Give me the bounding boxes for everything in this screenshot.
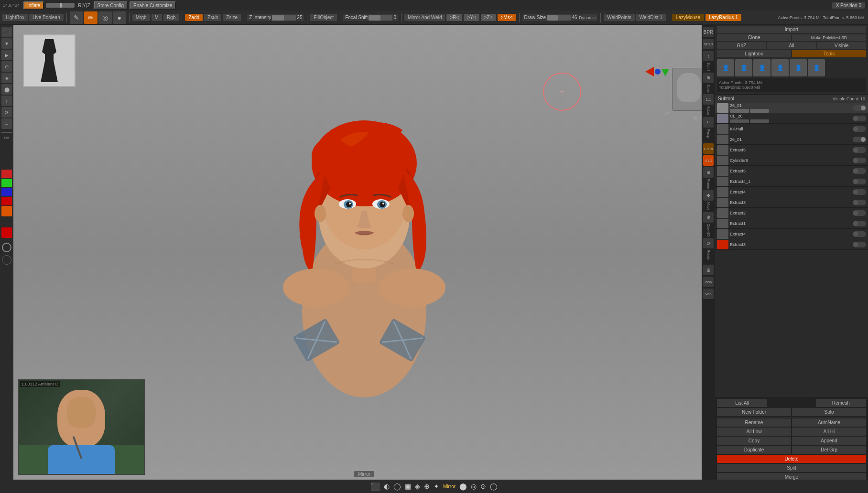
xyz-icon[interactable]: XYZ	[703, 155, 714, 166]
draw-icon-btn[interactable]: ✏	[84, 11, 98, 24]
rename-btn[interactable]: Rename	[717, 418, 791, 427]
red2-swatch[interactable]	[1, 197, 12, 205]
subtool-item-2[interactable]: KAHalf	[715, 124, 868, 134]
inflate-slider[interactable]	[46, 3, 75, 8]
mirror-axis-y[interactable]: >Y<	[464, 14, 479, 21]
clone-btn[interactable]: Clone	[717, 34, 791, 41]
focal-shift-slider[interactable]	[369, 15, 392, 21]
poly-icon[interactable]: Poly	[703, 277, 714, 287]
subtool-section[interactable]: Subtool Visible Count: 10 26_01 CL_26	[715, 95, 868, 397]
tool-head-6[interactable]: 👤	[808, 59, 825, 76]
actual-icon[interactable]: 1:1	[703, 94, 714, 105]
subtool-s1a[interactable]	[730, 119, 749, 123]
subtool-toggle-2[interactable]	[853, 126, 866, 132]
inflate-btn[interactable]: Inflate	[23, 1, 44, 10]
nav-arrow-down[interactable]	[662, 69, 669, 76]
subtool-toggle-e5b[interactable]	[853, 168, 866, 174]
make-polymesh-btn[interactable]: Make PolyMesh3D	[792, 34, 866, 41]
subtool-item-active[interactable]: 26_01	[715, 103, 868, 113]
zadd-btn[interactable]: Zadd	[185, 14, 203, 21]
subtool-toggle-cyl[interactable]	[853, 158, 866, 163]
subtool-item-e41[interactable]: Extract4_1	[715, 176, 868, 187]
tool-4[interactable]: ⊙	[1, 61, 12, 72]
active-color[interactable]	[1, 227, 12, 238]
bottom-tool-3[interactable]: ◯	[393, 482, 401, 490]
persp-icon[interactable]: P	[703, 117, 714, 128]
nav-arrow-left[interactable]	[645, 67, 654, 76]
tool-2[interactable]: ▼	[1, 38, 12, 49]
enable-customize-btn[interactable]: Enable Customize	[130, 1, 176, 10]
del-grp-btn[interactable]: Del Grp	[792, 446, 866, 454]
subtool-item-e4c[interactable]: Extract4	[715, 229, 868, 239]
tool-5[interactable]: ◈	[1, 73, 12, 83]
subtool-item-e4[interactable]: Extract4	[715, 187, 868, 197]
inflate-icon-btn[interactable]: ●	[113, 11, 126, 24]
mirror-axis-r[interactable]: >R<	[446, 14, 462, 21]
subtool-item-extract5[interactable]: Extract5	[715, 145, 868, 155]
all-low-btn[interactable]: All Low	[717, 428, 791, 436]
subtool-item-e2[interactable]: Extract2	[715, 208, 868, 218]
subtool-item-e1[interactable]: Extract1	[715, 218, 868, 229]
subtool-slider-1[interactable]	[730, 109, 749, 113]
bottom-tool-6[interactable]: ⊕	[424, 482, 430, 490]
subtool-item-3[interactable]: 26_01	[715, 134, 868, 145]
scroll-icon[interactable]: ↕	[703, 51, 714, 61]
zsub-btn[interactable]: Zsub	[204, 14, 221, 21]
move-icon[interactable]: ✥	[703, 190, 714, 201]
orange-swatch[interactable]	[1, 206, 12, 216]
subtool-toggle-e41[interactable]	[853, 179, 866, 184]
weld-dist-btn[interactable]: WeldDist 1	[636, 14, 666, 21]
subtool-toggle-e5[interactable]	[853, 147, 866, 153]
smooth-icon-btn[interactable]: ◎	[98, 11, 112, 24]
lazy-mouse-btn[interactable]: LazyMouse	[672, 14, 704, 21]
subtool-toggle-3[interactable]	[853, 137, 866, 142]
subtool-item-e3b[interactable]: Extract3	[715, 239, 868, 250]
subtool-item-1[interactable]: CL_26	[715, 113, 868, 124]
list-all-btn[interactable]: List All	[717, 399, 767, 407]
solo-btn[interactable]: Solo	[792, 408, 866, 416]
draw-size-slider[interactable]	[547, 15, 571, 21]
bottom-tool-4[interactable]: ▣	[405, 482, 411, 490]
subtool-toggle-e1[interactable]	[853, 221, 866, 226]
bottom-tool-11[interactable]: ◯	[490, 482, 498, 490]
remesh-btn[interactable]: Remesh	[816, 399, 866, 407]
duplicate-btn[interactable]: Duplicate	[717, 446, 791, 454]
m-btn[interactable]: M	[152, 14, 162, 21]
z-intensity-slider[interactable]	[272, 15, 296, 21]
bpr-icon[interactable]: BPR	[703, 27, 714, 37]
tool-head-1[interactable]: 👤	[717, 59, 734, 76]
tool-8[interactable]: ⟳	[1, 107, 12, 118]
bottom-tool-10[interactable]: ⊙	[480, 482, 486, 490]
mirror-axis-ms[interactable]: >Ms<	[498, 14, 516, 21]
bottom-tool-9[interactable]: ◎	[471, 482, 477, 490]
tool-7[interactable]: ↕	[1, 96, 12, 106]
rgb-btn[interactable]: Rgb	[163, 14, 179, 21]
frame-icon[interactable]: ⊞	[703, 167, 714, 178]
rotate-icon[interactable]: ↺	[703, 238, 714, 248]
import-btn[interactable]: Import	[717, 26, 866, 33]
mirror-axis-z[interactable]: >Z<	[481, 14, 496, 21]
tool-1[interactable]: ⬛	[1, 27, 12, 37]
bottom-tool-8[interactable]: ⬤	[459, 482, 467, 490]
bottom-tool-1[interactable]: ⬛	[370, 482, 380, 491]
subtool-toggle-e4c[interactable]	[853, 231, 866, 237]
autoname-btn[interactable]: AutoName	[792, 418, 866, 427]
all-hi-btn[interactable]: All Hi	[792, 428, 866, 436]
tool-head-2[interactable]: 👤	[735, 59, 752, 76]
store-config-btn[interactable]: Store Config	[94, 1, 128, 10]
vanop-icon[interactable]: Van	[703, 289, 714, 299]
subtool-toggle-e4[interactable]	[853, 189, 866, 195]
mirror-weld-btn[interactable]: Mirror And Weld	[404, 14, 445, 21]
subtool-s1b[interactable]	[750, 119, 769, 123]
lightbox-right-btn[interactable]: Lightbox	[717, 50, 791, 57]
append-btn[interactable]: Append	[792, 437, 866, 445]
subtool-toggle-e3b[interactable]	[853, 242, 866, 247]
all-btn[interactable]: All	[767, 42, 816, 49]
subtool-toggle-e2[interactable]	[853, 210, 866, 216]
goz-btn[interactable]: GoZ	[717, 42, 766, 49]
bottom-tool-5[interactable]: ◈	[415, 482, 420, 490]
live-boolean-btn[interactable]: Live Boolean	[29, 14, 64, 21]
red-swatch[interactable]	[1, 170, 12, 178]
spl3-icon[interactable]: SPL3	[703, 39, 714, 49]
lazy-radius-btn[interactable]: LazyRadius 1	[705, 14, 741, 21]
